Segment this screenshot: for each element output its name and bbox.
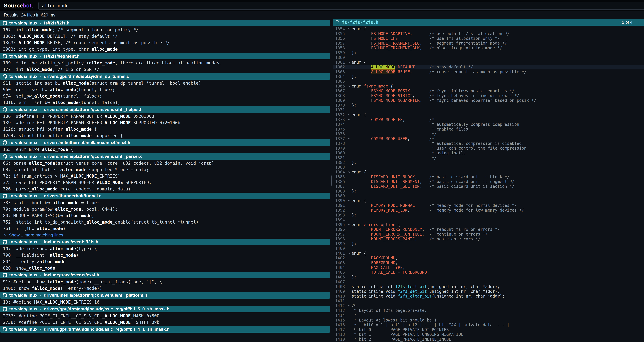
match-line[interactable]: 804: __entry->alloc_mode (0, 258, 330, 265)
match-line[interactable]: 326: parse_alloc_mode(core, codecs, doma… (0, 186, 330, 192)
code-line[interactable]: 1402 BACKGROUND, (333, 256, 644, 260)
code-line[interactable]: 1391 MEMORY_MODE_NORMAL, /* memory mode … (333, 203, 644, 208)
match-line[interactable]: 1400: show_falloc_mode(__entry->mode)) (0, 285, 330, 292)
preview-file-name[interactable]: fs/f2fs/f2fs.h (342, 20, 378, 25)
file-match-group-header[interactable]: torvalds/linux·drivers/net/ethernet/mell… (0, 139, 330, 146)
next-match-button[interactable]: ↓ (643, 20, 644, 25)
code-line[interactable]: 1382}; (333, 160, 644, 165)
file-match-group-header[interactable]: torvalds/linux·include/trace/events/ext4… (0, 272, 330, 278)
code-line[interactable]: 1356 FS_MODE_LFS, /* use lfs allocation … (333, 36, 644, 41)
code-line[interactable]: 1381 */ (333, 155, 644, 160)
match-line[interactable]: 78: static bool bw_alloc_mode = true; (0, 200, 330, 206)
code-line[interactable]: 1419 * bit 2 PAGE_PRIVATE_INLINE_INODE (333, 337, 644, 341)
code-line[interactable]: 1392 MEMORY_MODE_LOW, /* memory mode for… (333, 208, 644, 213)
code-line[interactable]: 1374 * automatically compress compressio… (333, 122, 644, 127)
code-line[interactable]: 1364}; (333, 74, 644, 79)
search-input[interactable] (38, 2, 644, 10)
code-line[interactable]: 1360 (333, 55, 644, 60)
fold-chevron-icon[interactable] (347, 198, 352, 203)
code-line[interactable]: 1378 * automatical compression is disabl… (333, 141, 644, 146)
match-line[interactable]: 1016: err = set_bw_alloc_mode(tunnel, fa… (0, 99, 330, 106)
fold-chevron-icon[interactable] (347, 27, 352, 31)
prev-match-button[interactable]: ↑ (636, 20, 640, 25)
code-line[interactable]: 1416 * | bit0 = 1 | bit1 | bit2 | ... | … (333, 322, 644, 327)
code-line[interactable]: 1400 (333, 246, 644, 251)
code-line[interactable]: 1393}; (333, 213, 644, 217)
code-line[interactable]: 1372enum { (333, 113, 644, 117)
sourcebot-logo[interactable]: Sourcebot. (4, 3, 33, 9)
fold-chevron-icon[interactable] (347, 113, 352, 117)
code-line[interactable]: 1371 (333, 108, 644, 112)
code-line[interactable]: 1397 MOUNT_ERRORS_CONTINUE, /* continue … (333, 232, 644, 237)
match-line[interactable]: 136: #define HFI_PROPERTY_PARAM_BUFFER_A… (0, 113, 330, 120)
code-line[interactable]: 1359}; (333, 50, 644, 55)
code-line[interactable]: 1387 DISCARD_UNIT_SECTION, /* basic disc… (333, 184, 644, 189)
panel-resize-handle[interactable] (330, 19, 333, 342)
code-line[interactable]: 1376 */ (333, 132, 644, 136)
code-line[interactable]: 1380 * using ioctls (333, 151, 644, 155)
code-line[interactable]: 1375 * enabled files (333, 127, 644, 132)
code-line[interactable]: 1398 MOUNT_ERRORS_PANIC, /* panic on err… (333, 237, 644, 241)
match-line[interactable]: 91: #define show_falloc_mode(mode) __pri… (0, 279, 330, 285)
code-line[interactable]: 1363 ALLOC_MODE_REUSE, /* reuse segments… (333, 70, 644, 74)
code-line[interactable]: 1413 * Layout of f2fs page.private: (333, 308, 644, 313)
match-line[interactable]: 155: enum mlx4_alloc_mode { (0, 146, 330, 153)
code-line[interactable]: 1368 FSYNC_MODE_STRICT, /* fsync behaves… (333, 93, 644, 98)
fold-chevron-icon[interactable] (347, 60, 352, 65)
match-line[interactable]: 974: set_bw_alloc_mode(tunnel, false); (0, 93, 330, 99)
match-line[interactable]: 66: parse_alloc_mode(struct venus_core *… (0, 160, 330, 166)
match-line[interactable]: 761: if (!bw_alloc_mode) (0, 225, 330, 232)
code-line[interactable]: 1370}; (333, 103, 644, 108)
code-line[interactable]: 1415 * Layout A: lowest bit should be 1 (333, 318, 644, 322)
code-line[interactable]: 1384enum { (333, 170, 644, 174)
match-line[interactable]: 1362: ALLOC_MODE_DEFAULT, /* stay defaul… (0, 33, 330, 40)
match-line[interactable]: 72: if (num_entries > MAX_ALLOC_MODE_ENT… (0, 173, 330, 179)
code-line[interactable]: 1377 COMPR_MODE_USER, /* (333, 136, 644, 141)
match-line[interactable]: 752: static int tb_dp_bandwidth_alloc_mo… (0, 219, 330, 225)
code-line[interactable]: 1385 DISCARD_UNIT_BLOCK, /* basic discar… (333, 174, 644, 179)
code-line[interactable]: 1414 * (333, 313, 644, 318)
file-match-group-header[interactable]: torvalds/linux·fs/f2fs/segment.h (0, 53, 330, 59)
match-line[interactable]: 1128: struct hfi_buffer_alloc_mode { (0, 126, 330, 132)
code-line[interactable]: 1394 (333, 217, 644, 222)
file-match-group-header[interactable]: torvalds/linux·drivers/gpu/drm/display/d… (0, 73, 330, 80)
code-line[interactable]: 1379 * user can control the file compres… (333, 146, 644, 151)
fold-chevron-icon[interactable] (347, 251, 352, 256)
code-line[interactable]: 1408static inline int f2fs_test_bit(unsi… (333, 284, 644, 289)
code-line[interactable]: 1354enum { (333, 27, 644, 31)
code-line[interactable]: 1412/* (333, 303, 644, 308)
code-line[interactable]: 1361enum { (333, 60, 644, 65)
file-match-group-header[interactable]: torvalds/linux·include/trace/events/f2fs… (0, 239, 330, 245)
code-line[interactable]: 1399}; (333, 241, 644, 246)
match-line[interactable]: 107: #define show_alloc_mode(type) \ (0, 246, 330, 252)
match-line[interactable]: 2737: #define PCIE_CI_CNTL__CI_SLV_CPL_A… (0, 313, 330, 319)
match-line[interactable]: 68: struct hfi_buffer_alloc_mode_support… (0, 166, 330, 173)
file-match-group-header[interactable]: torvalds/linux·drivers/media/platform/qc… (0, 106, 330, 113)
match-line[interactable]: 790: __field(int, alloc_mode) (0, 252, 330, 258)
code-line[interactable]: 1390enum { (333, 198, 644, 203)
code-line[interactable]: 1362 ALLOC_MODE_DEFAULT, /* stay default… (333, 65, 644, 70)
match-line[interactable]: 911: static int set_bw_alloc_mode(struct… (0, 80, 330, 87)
code-line[interactable]: 1355 FS_MODE_ADAPTIVE, /* use both lfs/s… (333, 31, 644, 36)
code-line[interactable]: 1417 * bit 0 PAGE_PRIVATE_NOT_POINTER (333, 327, 644, 332)
fold-chevron-icon[interactable] (347, 170, 352, 174)
code-line[interactable]: 1410static inline void f2fs_clear_bit(un… (333, 294, 644, 298)
file-match-group-header[interactable]: torvalds/linux·drivers/media/platform/qc… (0, 153, 330, 160)
file-match-group-header[interactable]: torvalds/linux·drivers/media/platform/qc… (0, 292, 330, 298)
match-line[interactable]: 325: case HFI_PROPERTY_PARAM_BUFFER_ALLO… (0, 179, 330, 186)
code-line[interactable]: 1396 MOUNT_ERRORS_READONLY, /* remount f… (333, 227, 644, 232)
file-match-group-header[interactable]: torvalds/linux·drivers/gpu/drm/amd/inclu… (0, 326, 330, 332)
code-line[interactable]: 1389 (333, 194, 644, 198)
match-line[interactable]: 1264: struct hfi_buffer_alloc_mode_suppo… (0, 132, 330, 139)
match-line[interactable]: 820: show_alloc_mode (0, 265, 330, 271)
fold-chevron-icon[interactable] (347, 117, 352, 122)
code-line[interactable]: 1403 FOREGROUND, (333, 260, 644, 265)
match-line[interactable]: 3903: int gc_type, int type, char alloc_… (0, 46, 330, 53)
fold-chevron-icon[interactable] (347, 136, 352, 141)
code-line[interactable]: 1395enum errors_option { (333, 222, 644, 227)
file-match-group-header[interactable]: torvalds/linux·drivers/gpu/drm/amd/inclu… (0, 306, 330, 312)
fold-chevron-icon[interactable] (347, 84, 352, 89)
file-match-group-header[interactable]: torvalds/linux·drivers/thunderbolt/tunne… (0, 193, 330, 199)
code-line[interactable]: 1369 FSYNC_MODE_NOBARRIER, /* fsync beha… (333, 98, 644, 103)
match-line[interactable]: 19: #define MAX_ALLOC_MODE_ENTRIES 16 (0, 299, 330, 305)
